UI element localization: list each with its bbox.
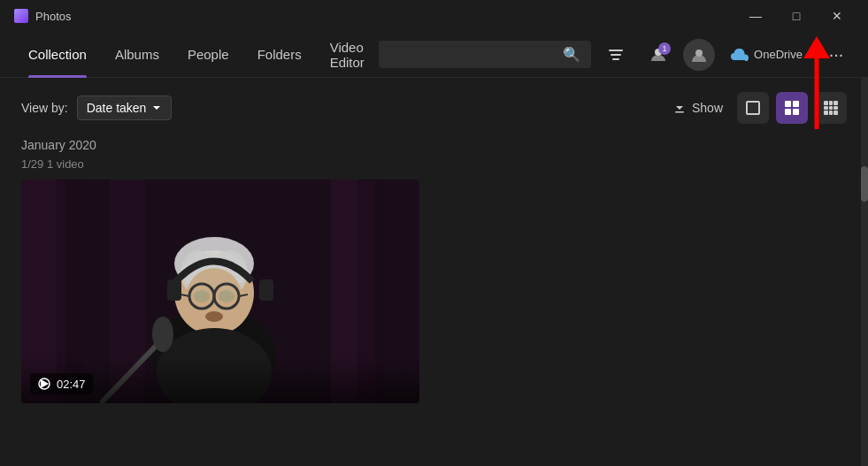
nav-tabs: Collection Albums People Folders Video E… [14, 32, 379, 78]
video-duration: 02:47 [57, 378, 86, 391]
video-scene [21, 180, 419, 403]
search-icon: 🔍 [563, 46, 580, 63]
view-options: Show [665, 92, 847, 124]
view-single-button[interactable] [737, 92, 769, 124]
view-by-label: View by: [21, 101, 68, 115]
view-dropdown-value: Date taken [87, 101, 147, 115]
avatar-icon [690, 46, 708, 64]
title-bar: Photos — □ ✕ [0, 0, 868, 32]
month-label: January 2020 [21, 138, 847, 152]
square-icon [746, 101, 760, 115]
nav-right: 🔍 1 [379, 37, 854, 73]
svg-rect-5 [675, 111, 684, 113]
date-label: 1/29 1 video [21, 157, 847, 171]
main-content: View by: Date taken Show [0, 78, 868, 466]
timeline-section: January 2020 1/29 1 video [21, 138, 847, 452]
search-box[interactable]: 🔍 [379, 41, 591, 68]
view-by-area: View by: Date taken [21, 95, 172, 120]
filter-icon [608, 47, 624, 63]
chevron-down-icon [151, 103, 162, 113]
download-icon [672, 101, 687, 115]
tab-people[interactable]: People [173, 32, 243, 78]
play-icon [37, 377, 51, 391]
search-input[interactable] [389, 48, 563, 62]
toolbar: View by: Date taken Show [21, 92, 847, 124]
app-icon [14, 9, 28, 23]
svg-rect-0 [609, 50, 623, 51]
svg-rect-2 [612, 58, 619, 60]
tab-video-editor[interactable]: Video Editor [316, 32, 379, 78]
scroll-track[interactable] [861, 78, 868, 466]
minimize-button[interactable]: — [735, 0, 776, 32]
avatar-button[interactable] [683, 39, 715, 71]
svg-point-24 [194, 290, 210, 302]
show-button[interactable]: Show [665, 97, 730, 118]
nav-bar: Collection Albums People Folders Video E… [0, 32, 868, 78]
svg-point-28 [205, 311, 223, 322]
onedrive-icon [731, 49, 749, 61]
tab-collection[interactable]: Collection [14, 32, 101, 78]
view-grid9-button[interactable] [815, 92, 847, 124]
onedrive-button[interactable]: OneDrive [722, 44, 811, 65]
video-thumb-inner [21, 180, 419, 403]
svg-point-25 [219, 290, 234, 302]
close-button[interactable]: ✕ [817, 0, 857, 32]
view-grid4-button[interactable] [776, 92, 808, 124]
notification-badge: 1 [658, 42, 671, 55]
app-title: Photos [35, 10, 71, 23]
maximize-button[interactable]: □ [776, 0, 817, 32]
more-options-button[interactable]: ··· [818, 37, 854, 73]
video-overlay: 02:47 [30, 373, 93, 394]
svg-rect-26 [167, 279, 181, 301]
filter-button[interactable] [598, 37, 634, 73]
notification-button[interactable]: 1 [641, 37, 676, 73]
window-controls: — □ ✕ [735, 0, 857, 32]
scroll-thumb[interactable] [861, 166, 868, 202]
tab-albums[interactable]: Albums [101, 32, 173, 78]
svg-rect-27 [259, 279, 273, 301]
tab-folders[interactable]: Folders [243, 32, 316, 78]
app-title-area: Photos [14, 9, 71, 23]
grid9-icon [824, 101, 838, 115]
view-dropdown[interactable]: Date taken [77, 95, 173, 120]
video-thumbnail[interactable]: 02:47 [21, 180, 419, 403]
grid4-icon [785, 101, 799, 115]
svg-point-31 [152, 317, 173, 352]
svg-rect-1 [611, 54, 621, 56]
